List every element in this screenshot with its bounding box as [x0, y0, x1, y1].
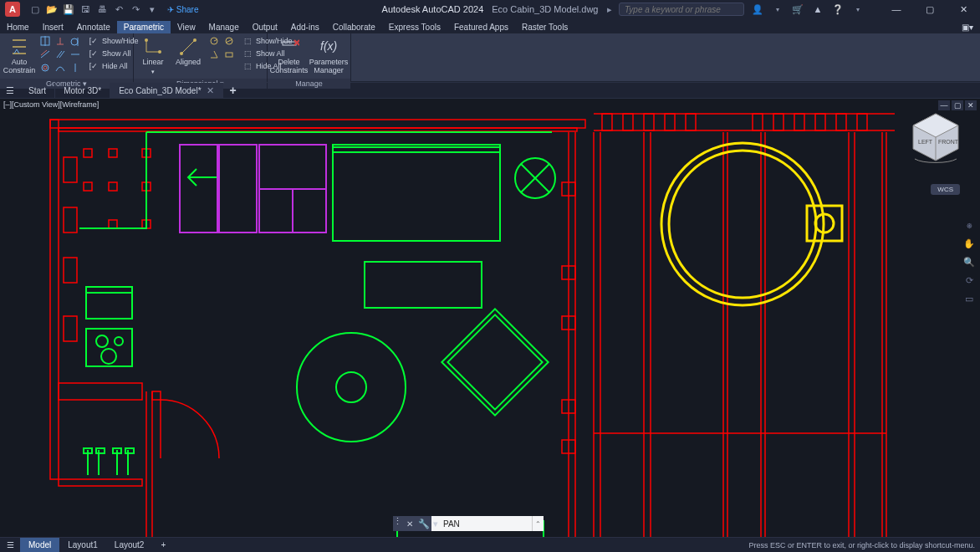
- minimize-button[interactable]: —: [880, 0, 913, 18]
- layouttabs-menu-icon[interactable]: ☰: [0, 540, 20, 549]
- command-drag-handle[interactable]: ⋮⋮: [393, 516, 403, 531]
- layer-walls: [50, 114, 895, 537]
- filetabs-menu-icon[interactable]: ☰: [0, 85, 20, 96]
- smooth-icon[interactable]: [54, 62, 67, 74]
- qat-open-icon[interactable]: 📂: [45, 3, 59, 16]
- nav-orbit-icon[interactable]: ⟳: [962, 273, 977, 288]
- vertical-icon[interactable]: [69, 62, 82, 74]
- ribbon-collapse-icon[interactable]: ▣▾: [955, 21, 980, 33]
- filetab-motor3d-label: Motor 3D*: [64, 86, 101, 95]
- nav-showmotion-icon[interactable]: ▭: [962, 291, 977, 306]
- layout-tab-layout2[interactable]: Layout2: [106, 538, 153, 552]
- svg-rect-95: [96, 448, 105, 453]
- auto-constrain-button[interactable]: Auto Constrain: [3, 35, 35, 77]
- svg-point-9: [158, 50, 161, 54]
- qat-dropdown-icon[interactable]: ▾: [145, 3, 159, 16]
- tab-annotate[interactable]: Annotate: [70, 21, 117, 33]
- svg-rect-24: [602, 114, 612, 130]
- nav-wheel-icon[interactable]: ⎈: [962, 217, 977, 233]
- tab-addins[interactable]: Add-ins: [284, 21, 326, 33]
- drawing-canvas[interactable]: [0, 99, 980, 537]
- tab-expresstools[interactable]: Express Tools: [382, 21, 447, 33]
- geo-hideall-label: Hide All: [102, 62, 128, 70]
- qat-new-icon[interactable]: ▢: [28, 3, 42, 16]
- dim-constraints-grid: [207, 35, 236, 60]
- qat-redo-icon[interactable]: ↷: [129, 3, 142, 16]
- dim-radius-icon[interactable]: [207, 35, 221, 47]
- dim-convert-icon[interactable]: [222, 49, 236, 60]
- dim-diameter-icon[interactable]: [222, 35, 236, 47]
- perpendicular-icon[interactable]: [54, 35, 67, 47]
- tab-manage[interactable]: Manage: [202, 21, 246, 33]
- signin-icon[interactable]: 👤: [751, 3, 764, 16]
- app-icon[interactable]: A: [5, 2, 20, 17]
- linear-caret-icon: ▾: [151, 69, 155, 75]
- tab-view[interactable]: View: [171, 21, 202, 33]
- delete-constraints-button[interactable]: Delete Constraints: [271, 35, 307, 77]
- viewport-close-button[interactable]: ✕: [965, 100, 977, 110]
- showhide-icon: [✓: [89, 36, 99, 46]
- aligned-button[interactable]: Aligned: [172, 35, 204, 69]
- command-input[interactable]: [440, 516, 532, 531]
- dim-angular-icon[interactable]: [207, 49, 221, 60]
- linear-icon: [143, 37, 163, 57]
- qat-save-icon[interactable]: 💾: [62, 3, 75, 16]
- autodesk-icon[interactable]: ▲: [811, 3, 824, 16]
- share-button[interactable]: ✈ Share: [167, 5, 198, 14]
- nav-pan-icon[interactable]: ✋: [962, 236, 977, 251]
- collinear-icon[interactable]: [38, 49, 52, 60]
- tab-insert[interactable]: Insert: [36, 21, 70, 33]
- filetab-motor3d[interactable]: Motor 3D*: [55, 83, 110, 98]
- filetab-close-icon[interactable]: ✕: [207, 85, 214, 96]
- tab-parametric[interactable]: Parametric: [117, 21, 171, 33]
- aligned-icon: [178, 37, 198, 57]
- qat-undo-icon[interactable]: ↶: [112, 3, 125, 16]
- parallel-icon[interactable]: [54, 49, 67, 60]
- close-button[interactable]: ✕: [947, 0, 980, 18]
- svg-rect-32: [815, 114, 825, 130]
- signin-caret-icon[interactable]: ▾: [771, 3, 784, 16]
- parameters-manager-button[interactable]: f(x) Parameters Manager: [310, 35, 347, 77]
- filetab-start[interactable]: Start: [20, 83, 55, 98]
- command-prompt-caret-icon: ▾: [431, 516, 440, 531]
- tangent-icon[interactable]: [69, 35, 82, 47]
- command-wrench-icon[interactable]: 🔧: [416, 516, 431, 531]
- concentric-icon[interactable]: [38, 62, 52, 74]
- svg-rect-65: [84, 149, 92, 157]
- search-input[interactable]: [619, 3, 744, 16]
- help-icon[interactable]: ❔: [831, 3, 845, 16]
- filetab-ecocabin[interactable]: Eco Cabin_3D Model*✕: [110, 83, 222, 98]
- filetab-add-button[interactable]: +: [223, 84, 243, 97]
- aligned-label: Aligned: [176, 59, 201, 67]
- help-caret-icon[interactable]: ▾: [851, 3, 865, 16]
- app-store-icon[interactable]: 🛒: [791, 3, 804, 16]
- tab-featuredapps[interactable]: Featured Apps: [447, 21, 515, 33]
- linear-button[interactable]: Linear ▾: [137, 35, 169, 77]
- svg-rect-26: [644, 114, 654, 130]
- wcs-badge[interactable]: WCS: [931, 184, 960, 195]
- search-caret-icon[interactable]: ▸: [607, 4, 612, 15]
- viewport-label[interactable]: [–][Custom View][Wireframe]: [3, 100, 99, 109]
- ribbon-tabs: Home Insert Annotate Parametric View Man…: [0, 18, 980, 33]
- qat-plot-icon[interactable]: 🖶: [95, 3, 109, 16]
- coincident-icon[interactable]: [38, 35, 52, 47]
- tab-output[interactable]: Output: [246, 21, 284, 33]
- horizontal-icon[interactable]: [69, 49, 82, 60]
- command-close-icon[interactable]: ✕: [403, 516, 416, 531]
- tab-collaborate[interactable]: Collaborate: [326, 21, 382, 33]
- svg-point-88: [115, 337, 123, 345]
- layout-tab-add[interactable]: +: [152, 538, 174, 552]
- svg-point-103: [661, 143, 824, 305]
- viewcube[interactable]: LEFT FRONT: [906, 109, 965, 167]
- layout-tab-layout1[interactable]: Layout1: [59, 538, 106, 552]
- parameters-manager-label: Parameters Manager: [309, 59, 349, 75]
- command-history-dropdown[interactable]: ⌃: [532, 516, 544, 531]
- maximize-button[interactable]: ▢: [913, 0, 947, 18]
- tab-rastertools[interactable]: Raster Tools: [515, 21, 574, 33]
- svg-point-104: [669, 151, 816, 298]
- qat-saveas-icon[interactable]: 🖫: [79, 3, 92, 16]
- layout-tab-model[interactable]: Model: [20, 538, 59, 552]
- panel-manage: Delete Constraints f(x) Parameters Manag…: [268, 33, 351, 81]
- tab-home[interactable]: Home: [0, 21, 36, 33]
- nav-zoom-icon[interactable]: 🔍: [962, 254, 977, 269]
